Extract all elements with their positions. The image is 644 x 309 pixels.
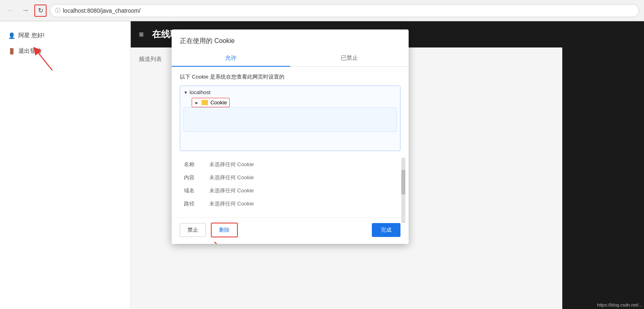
detail-name-label: 名称 xyxy=(181,158,205,171)
channel-list-label: 频道列表 xyxy=(139,56,162,62)
right-panel xyxy=(562,21,644,309)
dialog-description: 以下 Cookie 是系统在您查看此网页时设置的 xyxy=(180,73,400,81)
cookie-details-area xyxy=(183,107,397,132)
sidebar-user: 👤 阿星 您好! xyxy=(0,28,130,43)
url-text: localhost:8080/java_chatroom/ xyxy=(63,7,141,14)
detail-domain-label: 域名 xyxy=(181,185,205,197)
dialog-title: 正在使用的 Cookie xyxy=(180,37,235,44)
back-button[interactable]: ← xyxy=(5,5,16,16)
dialog-tabs: 允许 已禁止 xyxy=(172,50,409,67)
svg-line-3 xyxy=(215,242,233,244)
detail-path-label: 路径 xyxy=(181,198,205,210)
detail-content-label: 内容 xyxy=(181,171,205,184)
delete-button[interactable]: 删除 xyxy=(211,223,238,237)
dialog-body: 以下 Cookie 是系统在您查看此网页时设置的 ▼ localhost ► C… xyxy=(172,67,409,217)
sidebar: 👤 阿星 您好! 🚪 退出登陆 xyxy=(0,21,131,309)
browser-chrome: ← → ↻ ⓘ localhost:8080/java_chatroom/ xyxy=(0,0,644,21)
logout-label: 退出登陆 xyxy=(18,47,41,55)
hamburger-icon[interactable]: ≡ xyxy=(139,30,144,39)
cookie-tree-item[interactable]: ► Cookie xyxy=(192,98,230,107)
page-content: 👤 阿星 您好! 🚪 退出登陆 ≡ 在线聊天室 频道列表 正在使用的 Cooki… xyxy=(0,21,644,309)
done-button[interactable]: 完成 xyxy=(372,223,400,237)
tree-localhost-row[interactable]: ▼ localhost xyxy=(183,89,397,95)
dialog-header: 正在使用的 Cookie xyxy=(172,29,409,45)
scrollbar[interactable] xyxy=(401,158,405,223)
detail-section: 名称 未选择任何 Cookie 内容 未选择任何 Cookie 域名 未选择任何… xyxy=(180,158,400,211)
detail-domain-row: 域名 未选择任何 Cookie xyxy=(181,185,400,197)
logout-button[interactable]: 🚪 退出登陆 xyxy=(0,43,130,59)
detail-content-value: 未选择任何 Cookie xyxy=(206,171,400,184)
ban-button[interactable]: 禁止 xyxy=(180,223,206,237)
detail-path-row: 路径 未选择任何 Cookie xyxy=(181,198,400,210)
user-greeting: 阿星 您好! xyxy=(18,32,45,39)
detail-content-row: 内容 未选择任何 Cookie xyxy=(181,171,400,184)
tab-allow[interactable]: 允许 xyxy=(172,50,290,67)
detail-name-row: 名称 未选择任何 Cookie xyxy=(181,158,400,171)
expand-arrow-icon: ▼ xyxy=(183,90,188,95)
cookie-dialog[interactable]: 正在使用的 Cookie 允许 已禁止 以下 Cookie 是系统在您查看此网页… xyxy=(172,29,409,244)
forward-button[interactable]: → xyxy=(20,5,31,16)
detail-table: 名称 未选择任何 Cookie 内容 未选择任何 Cookie 域名 未选择任何… xyxy=(180,158,400,211)
localhost-label: localhost xyxy=(190,89,210,95)
detail-name-value: 未选择任何 Cookie xyxy=(206,158,400,171)
tab-blocked[interactable]: 已禁止 xyxy=(290,50,409,66)
detail-domain-value: 未选择任何 Cookie xyxy=(206,185,400,197)
delete-arrow-annotation xyxy=(210,240,243,244)
detail-path-value: 未选择任何 Cookie xyxy=(206,198,400,210)
folder-icon xyxy=(201,100,208,105)
dialog-footer: 禁止 删除 完成 xyxy=(172,217,409,244)
item-arrow-icon: ► xyxy=(195,100,199,105)
scrollbar-thumb[interactable] xyxy=(401,170,405,194)
reload-button[interactable]: ↻ xyxy=(34,5,47,17)
lock-icon: ⓘ xyxy=(55,7,60,14)
user-icon: 👤 xyxy=(8,32,15,39)
cookie-item-label: Cookie xyxy=(210,99,227,106)
cookie-tree-box[interactable]: ▼ localhost ► Cookie xyxy=(180,86,400,151)
address-bar[interactable]: ⓘ localhost:8080/java_chatroom/ xyxy=(50,4,639,17)
logout-icon: 🚪 xyxy=(8,48,15,54)
